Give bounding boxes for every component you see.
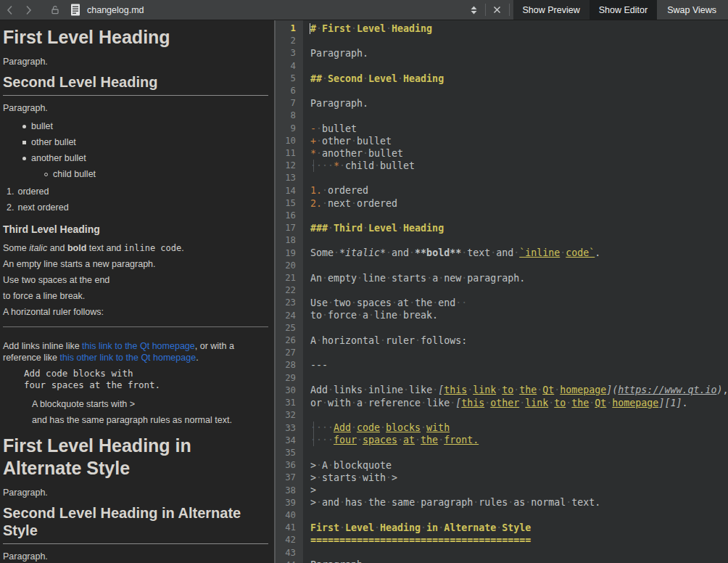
code-line[interactable]: #·First·Level·Heading: [310, 22, 728, 35]
whitespace-dot: ·: [548, 397, 554, 409]
lock-button[interactable]: [51, 5, 60, 15]
code-line[interactable]: [310, 409, 728, 422]
code-line[interactable]: [310, 234, 728, 247]
show-editor-button[interactable]: Show Editor: [590, 0, 657, 20]
code-line[interactable]: ###·Third·Level·Heading: [310, 222, 728, 234]
whitespace-dot: ·: [374, 160, 380, 172]
code-line[interactable]: ····four·spaces·at·the·front.: [310, 434, 728, 446]
list-item: 2. next ordered: [3, 200, 268, 215]
markdown-preview-pane[interactable]: First Level Heading Paragraph. Second Le…: [0, 20, 274, 563]
whitespace-dot: ·: [363, 222, 368, 234]
code-line[interactable]: ##·Second·Level·Heading: [310, 73, 728, 85]
back-button[interactable]: [0, 1, 19, 20]
code-line[interactable]: 1.·ordered: [310, 184, 728, 197]
whitespace-dot: ·: [392, 297, 397, 309]
whitespace-dot: ·: [328, 222, 334, 234]
code-line[interactable]: +·other·bullet: [310, 135, 728, 147]
qt-homepage-reference-link[interactable]: this other link to the Qt homepage: [60, 353, 197, 363]
show-preview-button[interactable]: Show Preview: [513, 0, 590, 20]
code-line[interactable]: Add·links·inline·like·[this·link·to·the·…: [310, 384, 728, 396]
code-line[interactable]: [310, 347, 728, 359]
list-item-label: child bullet: [53, 168, 96, 180]
code-line[interactable]: A·horizontal·ruler·follows:: [310, 334, 728, 347]
code-line[interactable]: [310, 446, 728, 459]
whitespace-dot: ·: [316, 472, 322, 484]
code-line[interactable]: *·another·bullet: [310, 147, 728, 160]
whitespace-dot: ·: [351, 422, 357, 434]
code-line[interactable]: [310, 284, 728, 297]
code-line[interactable]: >·starts·with·>: [310, 472, 728, 484]
code-line[interactable]: An·empty·line·starts·a·new·paragraph.: [310, 272, 728, 284]
disc-bullet-icon: [22, 125, 26, 128]
code-line[interactable]: >: [310, 484, 728, 496]
code-line[interactable]: Some·*italic*·and·**bold**·text·and·`inl…: [310, 247, 728, 259]
back-icon: [7, 5, 13, 15]
code-line[interactable]: [310, 371, 728, 384]
document-dropdown-button[interactable]: [467, 1, 481, 20]
code-line[interactable]: [310, 509, 728, 521]
code-line: four spaces at the front.: [24, 379, 268, 391]
line-number: 19: [276, 247, 296, 260]
document-tab-bar: changelog.md: [0, 0, 513, 20]
code-line[interactable]: Paragraph.: [310, 559, 728, 563]
code-line[interactable]: ····Add·code·blocks·with: [310, 422, 728, 434]
code-line[interactable]: 2.·next·ordered: [310, 197, 728, 210]
whitespace-dot: ·: [363, 496, 368, 509]
line-number: 31: [276, 397, 296, 409]
whitespace-dot: ·: [438, 272, 444, 284]
code-block: Add code blocks with four spaces at the …: [24, 368, 268, 391]
forward-button[interactable]: [19, 1, 38, 20]
code-line[interactable]: [310, 260, 728, 272]
blockquote-line: and has the same paragraph rules as norm…: [32, 414, 268, 426]
whitespace-dot: ·: [438, 434, 444, 446]
code-line[interactable]: [310, 110, 728, 122]
list-number: 2.: [7, 202, 14, 213]
code-line[interactable]: ····*·child·bullet: [310, 160, 728, 172]
toolbar-separator: [485, 4, 486, 16]
close-document-button[interactable]: [489, 1, 505, 20]
preview-paragraph: Paragraph.: [3, 551, 268, 562]
whitespace-dot: ·: [426, 272, 432, 284]
list-item-nested: child bullet: [3, 166, 268, 182]
line-number: 1: [276, 22, 296, 35]
whitespace-dot: ·: [397, 434, 403, 446]
code-line[interactable]: [310, 546, 728, 559]
code-line[interactable]: >·A·blockquote: [310, 459, 728, 472]
code-line[interactable]: [310, 210, 728, 222]
code-line[interactable]: ======================================: [310, 534, 728, 546]
whitespace-dot: ·: [363, 147, 368, 160]
open-file-name[interactable]: changelog.md: [87, 5, 144, 15]
whitespace-dot: ·: [316, 22, 322, 35]
qt-homepage-link[interactable]: this link to the Qt homepage: [82, 341, 195, 351]
code-line[interactable]: [310, 35, 728, 47]
whitespace-dot: ·: [589, 397, 595, 409]
whitespace-dot: ·: [606, 397, 612, 409]
view-controls: Show Preview Show Editor Swap Views: [513, 0, 728, 20]
code-line[interactable]: [310, 85, 728, 97]
whitespace-dot: ·: [316, 123, 322, 135]
swap-views-button[interactable]: Swap Views: [657, 0, 728, 20]
code-line[interactable]: [310, 172, 728, 184]
code-line[interactable]: [310, 60, 728, 73]
whitespace-dot: ·: [351, 22, 357, 35]
code-line[interactable]: Use·two·spaces·at·the·end··: [310, 297, 728, 309]
whitespace-dot: ·: [461, 297, 467, 309]
whitespace-dot: ·: [363, 384, 368, 396]
whitespace-dot: ·: [467, 384, 473, 396]
italic-text: italic: [29, 243, 47, 253]
code-line[interactable]: >·and·has·the·same·paragraph·rules·as·no…: [310, 496, 728, 509]
code-line[interactable]: or·with·a·reference·like·[this·other·lin…: [310, 397, 728, 409]
line-number: 25: [276, 322, 296, 334]
code-line[interactable]: First·Level·Heading·in·Alternate·Style: [310, 522, 728, 534]
line-number: 33: [276, 422, 296, 435]
code-line[interactable]: ---: [310, 359, 728, 371]
code-line[interactable]: [310, 322, 728, 334]
code-line[interactable]: -·bullet: [310, 123, 728, 135]
code-line[interactable]: to·force·a·line·break.: [310, 309, 728, 321]
code-line[interactable]: Paragraph.: [310, 97, 728, 110]
line-number: 17: [276, 222, 296, 234]
editor-code[interactable]: #·First·Level·HeadingParagraph.##·Second…: [303, 20, 728, 563]
code-line[interactable]: Paragraph.: [310, 47, 728, 59]
whitespace-dot: ·: [374, 522, 380, 534]
inline-code: inline code: [124, 243, 181, 253]
